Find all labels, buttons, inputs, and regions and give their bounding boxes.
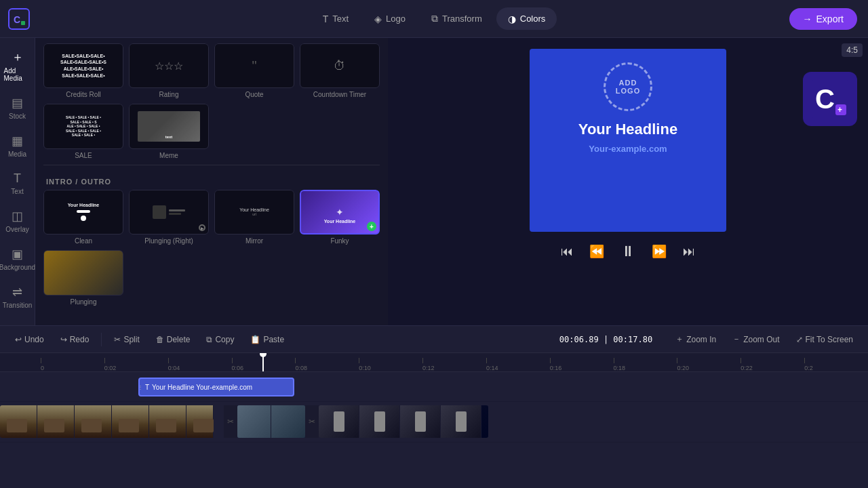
media-icon: ▦	[12, 134, 23, 148]
panel-divider	[43, 165, 380, 165]
split-button[interactable]: ✂ Split	[107, 332, 146, 347]
paste-icon: 📋	[250, 335, 260, 344]
ruler-mark: 0:08	[295, 358, 359, 371]
ruler-label: 0:18	[614, 365, 626, 371]
template-mirror[interactable]: Your Headline url Mirror	[214, 190, 294, 245]
paste-button[interactable]: 📋 Paste	[243, 332, 291, 347]
ruler-mark: 0:04	[168, 358, 232, 371]
house-frames	[0, 405, 224, 438]
sidebar-item-overlay[interactable]: ◫ Overlay	[1, 203, 34, 239]
credits-roll-label: Credits Roll	[43, 91, 123, 98]
sale-label: SALE	[43, 152, 123, 159]
undo-icon: ↩	[15, 335, 22, 344]
skip-to-start-button[interactable]: ⏮	[558, 242, 576, 262]
template-plunging2[interactable]: Plunging	[43, 250, 123, 305]
app-logo[interactable]: C	[8, 8, 30, 30]
delete-button[interactable]: 🗑 Delete	[149, 332, 197, 347]
pres-frame-1	[319, 405, 359, 438]
mirror-thumb: Your Headline url	[214, 190, 294, 235]
rewind-button[interactable]: ⏪	[587, 241, 607, 262]
tool-text[interactable]: T Text	[311, 7, 360, 30]
ruler-mark: 0:14	[486, 358, 550, 371]
template-meme[interactable]: text Meme	[129, 104, 209, 159]
preview-url: Your-example.com	[589, 144, 667, 154]
rating-thumb: ☆☆☆	[129, 43, 209, 88]
tool-logo[interactable]: ◈ Logo	[363, 7, 417, 30]
timeline-toolbar: ↩ Undo ↪ Redo ✂ Split 🗑 Delete ⧉ Copy 📋 …	[0, 326, 868, 353]
ruler-label: 0	[41, 365, 44, 371]
ruler-tick	[486, 358, 487, 363]
sale-thumb: SALE • SALE • SALE •SALE • SALE • SALE •…	[43, 104, 123, 148]
sidebar-item-stock[interactable]: ▤ Stock	[1, 90, 34, 125]
add-media-icon: ＋	[12, 49, 24, 65]
sidebar-item-logo[interactable]: ⊕ Logo	[1, 317, 34, 325]
fit-to-screen-button[interactable]: ⤢ Fit To Screen	[789, 332, 860, 347]
ruler-tick	[550, 358, 551, 363]
undo-button[interactable]: ↩ Undo	[8, 332, 51, 347]
pres-person-1	[334, 411, 344, 432]
zoom-in-button[interactable]: ＋ Zoom In	[669, 331, 723, 348]
export-button[interactable]: → Export	[789, 8, 857, 30]
logo-icon: ◈	[374, 14, 382, 24]
redo-icon: ↪	[60, 335, 67, 344]
zoom-controls: ＋ Zoom In － Zoom Out ⤢ Fit To Screen	[669, 331, 860, 348]
ruler-mark: 0:10	[359, 358, 422, 371]
ruler-tick	[41, 358, 41, 363]
pres-frame-3	[400, 405, 441, 438]
template-sale[interactable]: SALE • SALE • SALE •SALE • SALE • SALE •…	[43, 104, 123, 159]
logo-box: C	[8, 8, 30, 30]
sidebar-item-background[interactable]: ▣ Background	[1, 241, 34, 277]
template-funky[interactable]: ✦ Your Headline + Funky	[300, 190, 380, 245]
intro-outro-section-label: INTRO / OUTRO	[43, 171, 380, 190]
video-clip-3[interactable]	[319, 405, 488, 438]
overlay-icon: ◫	[12, 209, 23, 224]
ruler-tick	[677, 358, 677, 363]
skip-to-end-button[interactable]: ⏭	[680, 242, 698, 262]
ruler-mark: 0:20	[677, 358, 741, 371]
rating-label: Rating	[129, 91, 209, 98]
pres-person-2	[374, 411, 385, 432]
countdown-thumb: ⏱	[300, 43, 380, 88]
ruler-tick	[104, 358, 105, 363]
template-clean[interactable]: Your Headline Clean	[43, 190, 123, 245]
template-credits-roll[interactable]: SALE•SALE•SALE•SALE•SALE•SALE•SALE•SALE•…	[43, 43, 123, 98]
watermark-badge: C +	[803, 72, 857, 126]
zoom-out-button[interactable]: － Zoom Out	[726, 331, 786, 348]
sidebar: ＋ Add Media ▤ Stock ▦ Media T Text ◫ Ove…	[0, 38, 35, 325]
template-quote[interactable]: " Quote	[214, 43, 294, 98]
playback-controls: ⏮ ⏪ ⏸ ⏩ ⏭	[558, 240, 698, 263]
pres-frame-4	[441, 405, 481, 438]
fast-forward-button[interactable]: ⏩	[649, 241, 669, 262]
text-clip[interactable]: ⋮ T Your Headline Your-example.com	[138, 378, 294, 396]
playhead[interactable]	[262, 353, 264, 371]
sidebar-item-add-media[interactable]: ＋ Add Media	[1, 43, 34, 87]
template-countdown[interactable]: ⏱ Countdown Timer	[300, 43, 380, 98]
text-track-row: ⋮ T Your Headline Your-example.com	[0, 372, 868, 402]
house-frame-4	[112, 405, 149, 438]
transition-icon: ⇌	[12, 285, 22, 300]
sidebar-item-media[interactable]: ▦ Media	[1, 128, 34, 163]
ruler-tick	[804, 358, 805, 363]
sidebar-item-text[interactable]: T Text	[1, 166, 34, 201]
tool-colors[interactable]: ◑ Colors	[496, 7, 557, 30]
redo-button[interactable]: ↪ Redo	[54, 332, 96, 347]
resize-handle-left[interactable]: ⋮	[138, 379, 142, 395]
fit-icon: ⤢	[796, 335, 803, 344]
timeline-time: 00:06.89 | 00:17.80	[559, 335, 652, 344]
ruler-label: 0:04	[168, 365, 180, 371]
sidebar-item-transition[interactable]: ⇌ Transition	[1, 279, 34, 314]
pause-button[interactable]: ⏸	[618, 240, 638, 263]
add-logo-circle[interactable]: ADD LOGO	[604, 62, 652, 111]
svg-text:C: C	[14, 14, 20, 25]
overlay-track: ⋮ T Your Headline Your-example.com	[0, 372, 868, 401]
template-rating[interactable]: ☆☆☆ Rating	[129, 43, 209, 98]
video-clip-2[interactable]	[237, 405, 305, 438]
template-plunging-right[interactable]: ▶ Plunging (Right)	[129, 190, 209, 245]
aspect-ratio-badge: 4:5	[842, 43, 863, 57]
ruler-label: 0:14	[486, 365, 498, 371]
text-clip-label: Your Headline Your-example.com	[152, 384, 252, 391]
copy-button[interactable]: ⧉ Copy	[199, 332, 241, 347]
funky-label: Funky	[300, 237, 380, 245]
tool-transform[interactable]: ⧉ Transform	[420, 7, 494, 30]
video-clip-1[interactable]	[0, 405, 224, 438]
